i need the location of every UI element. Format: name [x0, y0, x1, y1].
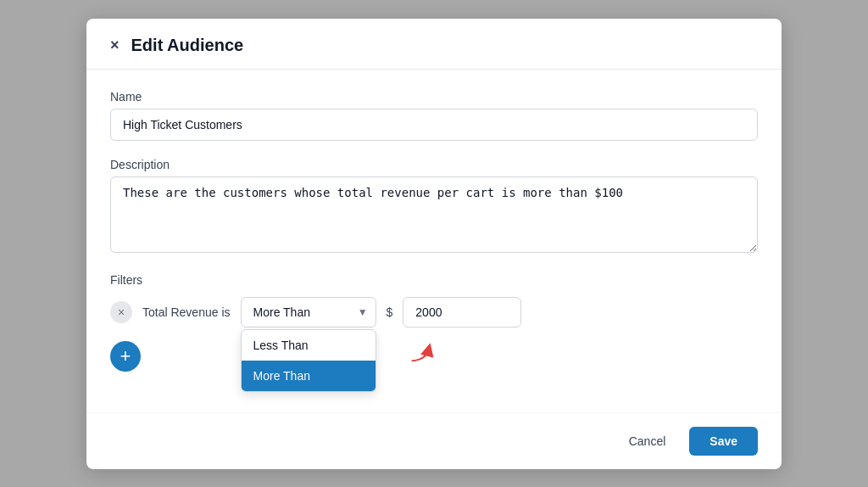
filters-group: Filters × Total Revenue is Less Than Mor… [110, 273, 758, 372]
filter-select-wrapper: Less Than More Than ▼ [241, 297, 376, 327]
dropdown-item-less-than[interactable]: Less Than [242, 330, 376, 361]
modal-title: Edit Audience [131, 36, 244, 55]
description-label: Description [110, 158, 758, 171]
dropdown-menu: Less Than More Than [241, 329, 376, 392]
modal-footer: Cancel Save [86, 412, 782, 469]
filter-select[interactable]: Less Than More Than [241, 297, 376, 327]
description-group: Description These are the customers whos… [110, 158, 758, 256]
arrow-indicator [406, 333, 440, 370]
modal-body: Name Description These are the customers… [86, 70, 782, 412]
dropdown-item-more-than[interactable]: More Than [242, 361, 376, 391]
filter-name-label: Total Revenue is [142, 305, 231, 319]
add-filter-button[interactable]: + [110, 341, 141, 372]
remove-filter-button[interactable]: × [110, 301, 132, 323]
name-group: Name [110, 90, 758, 141]
description-textarea[interactable]: These are the customers whose total reve… [110, 176, 758, 253]
filter-operator-dropdown[interactable]: Less Than More Than ▼ Less Than More Tha… [241, 297, 376, 327]
filter-value-input[interactable] [403, 297, 521, 327]
modal-overlay: × Edit Audience Name Description These a… [0, 0, 868, 487]
name-input[interactable] [110, 109, 758, 141]
cancel-button[interactable]: Cancel [615, 428, 680, 455]
modal-header: × Edit Audience [86, 19, 782, 70]
currency-symbol: $ [387, 305, 393, 319]
modal: × Edit Audience Name Description These a… [86, 19, 782, 469]
name-label: Name [110, 90, 758, 104]
filter-row: × Total Revenue is Less Than More Than ▼ [110, 297, 758, 327]
close-button[interactable]: × [110, 37, 120, 53]
save-button[interactable]: Save [689, 427, 758, 456]
filters-label: Filters [110, 273, 758, 287]
